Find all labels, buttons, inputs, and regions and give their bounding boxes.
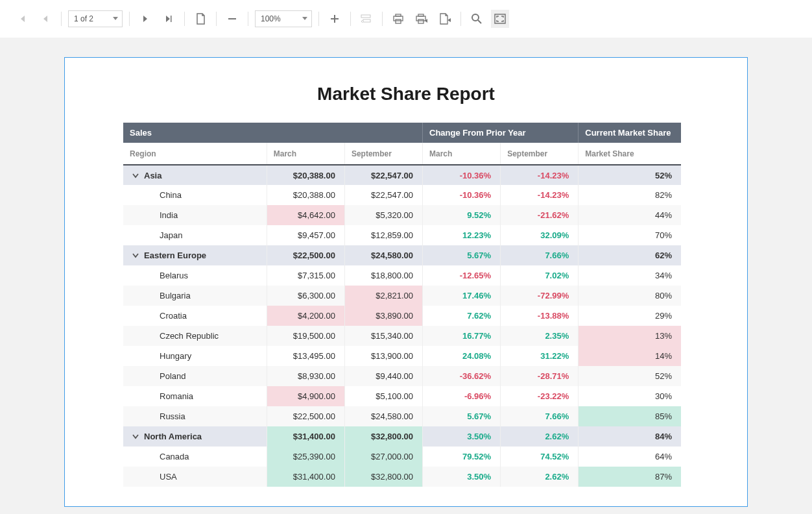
region-label: Hungary: [160, 351, 191, 361]
toolbar-separator: [184, 12, 185, 26]
change-march-cell: -36.62%: [423, 366, 501, 386]
sales-march-cell: $19,500.00: [267, 326, 344, 346]
caret-down-icon: [113, 17, 118, 21]
sales-september-cell: $22,547.00: [344, 185, 422, 205]
sales-september-cell: $32,800.00: [344, 467, 422, 487]
last-page-button[interactable]: [160, 10, 178, 28]
sales-march-cell: $7,315.00: [267, 265, 344, 286]
market-share-cell: 70%: [579, 225, 681, 245]
change-march-cell: 5.67%: [423, 406, 501, 426]
sales-september-cell: $22,547.00: [344, 165, 422, 185]
change-march-cell: 7.62%: [423, 306, 501, 326]
export-button[interactable]: [436, 10, 454, 28]
svg-rect-3: [361, 15, 370, 18]
change-september-cell: 2.62%: [501, 467, 579, 487]
region-label: Japan: [160, 230, 182, 240]
market-share-cell: 80%: [579, 286, 681, 306]
col-market-share: Market Share: [579, 143, 681, 165]
region-cell: Poland: [123, 366, 267, 386]
sales-september-cell: $9,440.00: [344, 366, 422, 386]
sales-september-cell: $24,580.00: [344, 406, 422, 426]
zoom-out-button[interactable]: [223, 10, 241, 28]
sales-september-cell: $5,100.00: [344, 386, 422, 406]
report-toolbar: 1 of 2 100%: [0, 0, 812, 38]
print-button[interactable]: [389, 10, 407, 28]
document-viewport: Market Share Report Sales Change From Pr…: [0, 38, 812, 507]
chevron-down-icon: [132, 253, 139, 258]
region-cell: Japan: [123, 225, 267, 245]
print-layout-button[interactable]: [412, 10, 431, 28]
group-row: Eastern Europe$22,500.00$24,580.005.67%7…: [123, 245, 681, 265]
toolbar-separator: [382, 12, 383, 26]
zoom-selector-label: 100%: [261, 14, 281, 23]
region-cell: Romania: [123, 386, 267, 406]
table-row: Romania$4,900.00$5,100.00-6.96%-23.22%30…: [123, 386, 681, 406]
report-title: Market Share Report: [123, 84, 689, 104]
market-share-cell: 64%: [579, 447, 681, 467]
toolbar-separator: [216, 12, 217, 26]
page-selector[interactable]: 1 of 2: [68, 10, 123, 27]
header-share: Current Market Share: [579, 123, 681, 143]
change-september-cell: -14.23%: [501, 185, 579, 205]
market-share-cell: 84%: [579, 426, 681, 447]
svg-point-11: [472, 14, 479, 21]
region-cell: USA: [123, 467, 267, 487]
region-label: Croatia: [160, 311, 187, 321]
back-to-parent-button[interactable]: [357, 10, 376, 28]
caret-down-icon: [302, 17, 307, 21]
sales-september-cell: $2,821.00: [344, 286, 422, 306]
region-cell[interactable]: Asia: [123, 165, 267, 185]
zoom-in-button[interactable]: [326, 10, 344, 28]
change-september-cell: 32.09%: [501, 225, 579, 245]
market-share-cell: 34%: [579, 265, 681, 286]
first-page-button[interactable]: [13, 10, 31, 28]
market-share-cell: 52%: [579, 366, 681, 386]
table-row: Croatia$4,200.00$3,890.007.62%-13.88%29%: [123, 306, 681, 326]
prev-page-button[interactable]: [36, 10, 54, 28]
group-row: North America$31,400.00$32,800.003.50%2.…: [123, 426, 681, 447]
region-cell[interactable]: North America: [123, 426, 267, 447]
svg-rect-0: [228, 18, 236, 19]
col-change-september: September: [501, 143, 579, 165]
toolbar-separator: [129, 12, 130, 26]
market-share-cell: 14%: [579, 346, 681, 366]
change-september-cell: 7.66%: [501, 245, 579, 265]
region-cell: Croatia: [123, 306, 267, 326]
sales-march-cell: $6,300.00: [267, 286, 344, 306]
change-march-cell: 3.50%: [423, 467, 501, 487]
zoom-selector[interactable]: 100%: [255, 10, 312, 27]
sales-march-cell: $13,495.00: [267, 346, 344, 366]
table-row: Japan$9,457.00$12,859.0012.23%32.09%70%: [123, 225, 681, 245]
toolbar-separator: [61, 12, 62, 26]
region-cell: India: [123, 205, 267, 225]
change-march-cell: 9.52%: [423, 205, 501, 225]
col-september: September: [344, 143, 422, 165]
sales-september-cell: $12,859.00: [344, 225, 422, 245]
report-table: Sales Change From Prior Year Current Mar…: [123, 123, 681, 487]
table-row: China$20,388.00$22,547.00-10.36%-14.23%8…: [123, 185, 681, 205]
table-row: Russia$22,500.00$24,580.005.67%7.66%85%: [123, 406, 681, 426]
sales-march-cell: $22,500.00: [267, 245, 344, 265]
sales-march-cell: $31,400.00: [267, 426, 344, 447]
svg-rect-9: [416, 16, 425, 21]
region-label: Russia: [160, 411, 185, 421]
region-cell[interactable]: Eastern Europe: [123, 245, 267, 265]
region-label: Poland: [160, 371, 185, 381]
change-march-cell: 3.50%: [423, 426, 501, 447]
sales-september-cell: $18,800.00: [344, 265, 422, 286]
change-september-cell: -14.23%: [501, 165, 579, 185]
search-button[interactable]: [468, 10, 486, 28]
sales-september-cell: $5,320.00: [344, 205, 422, 225]
page-layout-button[interactable]: [191, 10, 209, 28]
region-cell: Russia: [123, 406, 267, 426]
toolbar-separator: [318, 12, 319, 26]
change-march-cell: -12.65%: [423, 265, 501, 286]
sales-march-cell: $4,642.00: [267, 205, 344, 225]
change-september-cell: 7.02%: [501, 265, 579, 286]
change-september-cell: -23.22%: [501, 386, 579, 406]
sales-march-cell: $9,457.00: [267, 225, 344, 245]
market-share-cell: 82%: [579, 185, 681, 205]
fullscreen-button[interactable]: [491, 10, 509, 28]
change-march-cell: 12.23%: [423, 225, 501, 245]
next-page-button[interactable]: [136, 10, 154, 28]
